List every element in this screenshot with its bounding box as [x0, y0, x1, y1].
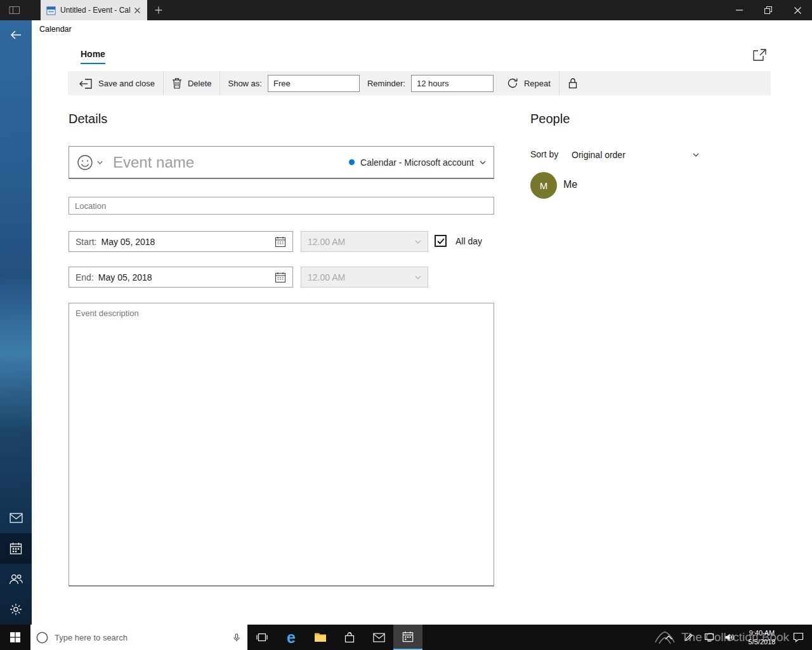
calendar-app-icon: [46, 6, 56, 15]
start-date-field[interactable]: Start: May 05, 2018: [69, 231, 293, 252]
all-day-label: All day: [455, 236, 482, 246]
taskbar: e: [0, 625, 812, 650]
sidebar: [0, 20, 32, 625]
start-time-dropdown: 12.00 AM: [301, 231, 428, 252]
task-view-icon: [256, 632, 268, 642]
location-input[interactable]: [69, 197, 494, 215]
trash-icon: [172, 77, 182, 89]
start-label: Start:: [75, 237, 96, 247]
calendar-account-selector[interactable]: Calendar - Microsoft account: [349, 157, 486, 168]
chevron-down-icon: [415, 240, 421, 244]
file-explorer-icon[interactable]: [306, 625, 335, 650]
start-time-value: 12.00 AM: [308, 237, 345, 247]
date-picker-icon[interactable]: [275, 272, 286, 283]
action-center-icon[interactable]: [784, 625, 812, 650]
chevron-down-icon: [693, 153, 699, 157]
reminder-dropdown[interactable]: 12 hours: [411, 75, 494, 92]
window-tab[interactable]: Untitled - Event - Caler: [41, 0, 147, 20]
end-time-dropdown: 12.00 AM: [301, 267, 428, 288]
calendar-account-label: Calendar - Microsoft account: [360, 157, 474, 168]
new-tab-button[interactable]: [147, 0, 170, 20]
sort-by-value: Original order: [572, 150, 625, 160]
show-as-value: Free: [273, 79, 291, 88]
me-label: Me: [563, 179, 577, 190]
calendar-color-dot: [349, 159, 355, 165]
lock-icon: [568, 77, 577, 89]
avatar[interactable]: M: [530, 172, 557, 199]
toolbar-separator: [219, 71, 220, 95]
mail-taskbar-icon[interactable]: [364, 625, 393, 650]
screen: Untitled - Event - Caler: [0, 0, 812, 650]
store-icon[interactable]: [335, 625, 364, 650]
app-title: Calendar: [39, 25, 72, 34]
restore-button[interactable]: [754, 0, 783, 20]
calendar-taskbar-icon[interactable]: [393, 625, 422, 650]
repeat-label: Repeat: [524, 79, 551, 88]
network-icon[interactable]: [699, 625, 719, 650]
tab-home[interactable]: Home: [81, 49, 105, 64]
smiley-icon: [77, 154, 93, 171]
tabs-glyph: [9, 6, 20, 15]
event-name-input[interactable]: [113, 154, 349, 171]
reminder-value: 12 hours: [417, 79, 449, 88]
minimize-button[interactable]: [724, 0, 754, 20]
close-button[interactable]: [783, 0, 812, 20]
taskbar-clock[interactable]: 9:40 AM 5/5/2018: [740, 625, 784, 650]
people-icon[interactable]: [0, 564, 32, 594]
windows-logo-icon: [10, 632, 20, 642]
private-lock-button[interactable]: [560, 71, 586, 95]
search-input[interactable]: [55, 633, 226, 642]
details-heading: Details: [69, 112, 107, 126]
chevron-down-icon: [480, 161, 486, 164]
calendar-icon[interactable]: [0, 533, 32, 564]
show-as-dropdown[interactable]: Free: [268, 75, 360, 92]
save-and-close-button[interactable]: Save and close: [70, 71, 163, 95]
checkmark-icon: [437, 238, 445, 244]
start-date-value: May 05, 2018: [101, 237, 155, 247]
microphone-icon[interactable]: [232, 632, 241, 644]
edge-icon[interactable]: e: [277, 625, 306, 650]
delete-button[interactable]: Delete: [164, 71, 220, 95]
end-date-value: May 05, 2018: [98, 272, 152, 282]
sort-by-label: Sort by: [530, 149, 558, 159]
tray-chevron-icon[interactable]: [658, 625, 679, 650]
settings-icon[interactable]: [0, 594, 32, 625]
tab-close-icon[interactable]: [131, 4, 143, 17]
event-description-input[interactable]: [69, 303, 494, 587]
toolbar: Save and close Delete Show as: Free Remi…: [68, 71, 771, 95]
clock-time: 9:40 AM: [749, 628, 775, 637]
back-button[interactable]: [0, 20, 32, 50]
clock-date: 5/5/2018: [749, 637, 776, 646]
pen-icon[interactable]: [679, 625, 699, 650]
show-as-label: Show as:: [228, 79, 261, 88]
end-time-value: 12.00 AM: [308, 272, 345, 282]
sort-by-dropdown[interactable]: Original order: [572, 147, 699, 163]
emoji-picker-button[interactable]: [77, 154, 103, 171]
all-day-group: All day: [435, 235, 482, 247]
start-button[interactable]: [0, 625, 30, 650]
people-heading: People: [530, 112, 570, 126]
date-picker-icon[interactable]: [275, 236, 286, 248]
chevron-down-icon: [415, 275, 421, 279]
open-new-window-icon[interactable]: [751, 47, 768, 62]
save-and-close-label: Save and close: [98, 79, 155, 88]
repeat-button[interactable]: Repeat: [499, 71, 559, 95]
previous-tabs-icon[interactable]: [0, 0, 29, 20]
tab-title: Untitled - Event - Caler: [60, 6, 131, 15]
chevron-down-icon: [97, 161, 103, 164]
all-day-checkbox[interactable]: [435, 235, 447, 247]
avatar-initial: M: [540, 180, 548, 191]
task-view-button[interactable]: [247, 625, 277, 650]
volume-icon[interactable]: [719, 625, 740, 650]
save-and-close-icon: [79, 77, 93, 89]
repeat-icon: [507, 77, 518, 89]
system-tray: 9:40 AM 5/5/2018: [658, 625, 812, 650]
event-name-box: Calendar - Microsoft account: [69, 146, 494, 179]
titlebar: Untitled - Event - Caler: [0, 0, 812, 20]
taskbar-search[interactable]: [30, 625, 247, 650]
end-date-field[interactable]: End: May 05, 2018: [69, 267, 293, 288]
back-arrow-icon: [10, 30, 22, 39]
end-label: End:: [75, 272, 94, 282]
mail-icon[interactable]: [0, 503, 32, 533]
window-controls: [724, 0, 812, 20]
